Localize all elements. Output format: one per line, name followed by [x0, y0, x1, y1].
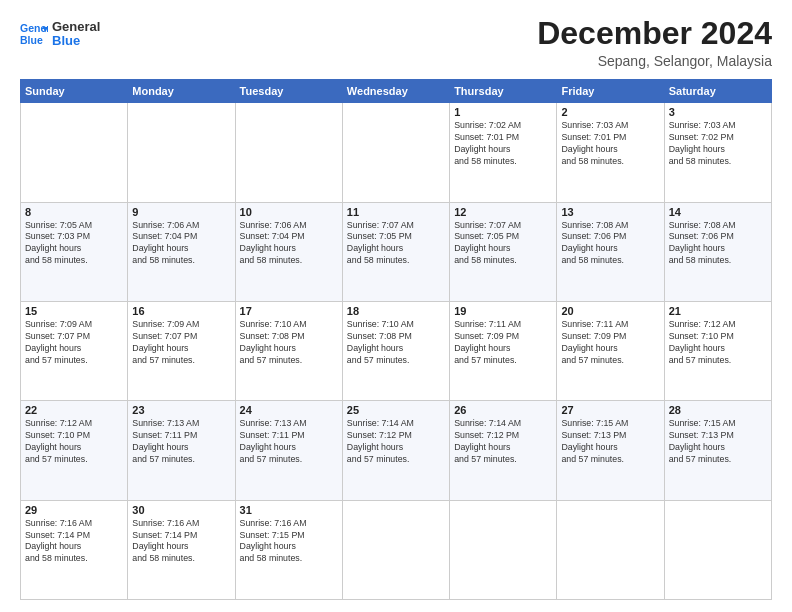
daylight-label: Daylight hours — [132, 243, 188, 253]
sunset: Sunset: 7:07 PM — [132, 331, 197, 341]
daylight-value: and 58 minutes. — [132, 553, 195, 563]
day-info: Sunrise: 7:11 AMSunset: 7:09 PMDaylight … — [561, 319, 659, 367]
sunrise: Sunrise: 7:13 AM — [132, 418, 199, 428]
calendar-cell — [342, 103, 449, 202]
daylight-value: and 58 minutes. — [669, 255, 732, 265]
day-number: 28 — [669, 404, 767, 416]
sunrise: Sunrise: 7:05 AM — [25, 220, 92, 230]
daylight-value: and 57 minutes. — [454, 355, 517, 365]
weekday-header-sunday: Sunday — [21, 80, 128, 103]
location: Sepang, Selangor, Malaysia — [537, 53, 772, 69]
daylight-label: Daylight hours — [454, 144, 510, 154]
calendar-cell: 29Sunrise: 7:16 AMSunset: 7:14 PMDayligh… — [21, 500, 128, 599]
calendar-cell: 16Sunrise: 7:09 AMSunset: 7:07 PMDayligh… — [128, 301, 235, 400]
day-info: Sunrise: 7:11 AMSunset: 7:09 PMDaylight … — [454, 319, 552, 367]
calendar-cell: 19Sunrise: 7:11 AMSunset: 7:09 PMDayligh… — [450, 301, 557, 400]
day-number: 26 — [454, 404, 552, 416]
day-info: Sunrise: 7:06 AMSunset: 7:04 PMDaylight … — [132, 220, 230, 268]
day-number: 3 — [669, 106, 767, 118]
sunset: Sunset: 7:07 PM — [25, 331, 90, 341]
sunrise: Sunrise: 7:15 AM — [561, 418, 628, 428]
daylight-value: and 57 minutes. — [132, 454, 195, 464]
day-number: 27 — [561, 404, 659, 416]
day-number: 8 — [25, 206, 123, 218]
sunset: Sunset: 7:02 PM — [669, 132, 734, 142]
weekday-header-wednesday: Wednesday — [342, 80, 449, 103]
daylight-value: and 57 minutes. — [132, 355, 195, 365]
sunrise: Sunrise: 7:07 AM — [347, 220, 414, 230]
day-info: Sunrise: 7:08 AMSunset: 7:06 PMDaylight … — [669, 220, 767, 268]
sunset: Sunset: 7:15 PM — [240, 530, 305, 540]
calendar-cell: 11Sunrise: 7:07 AMSunset: 7:05 PMDayligh… — [342, 202, 449, 301]
daylight-label: Daylight hours — [669, 243, 725, 253]
day-info: Sunrise: 7:03 AMSunset: 7:02 PMDaylight … — [669, 120, 767, 168]
daylight-label: Daylight hours — [561, 144, 617, 154]
sunrise: Sunrise: 7:11 AM — [454, 319, 521, 329]
daylight-value: and 57 minutes. — [25, 454, 88, 464]
calendar-cell: 3Sunrise: 7:03 AMSunset: 7:02 PMDaylight… — [664, 103, 771, 202]
calendar-cell: 8Sunrise: 7:05 AMSunset: 7:03 PMDaylight… — [21, 202, 128, 301]
daylight-value: and 58 minutes. — [240, 255, 303, 265]
day-number: 20 — [561, 305, 659, 317]
calendar-cell — [235, 103, 342, 202]
day-info: Sunrise: 7:16 AMSunset: 7:14 PMDaylight … — [132, 518, 230, 566]
logo-line2: Blue — [52, 33, 80, 48]
header: General Blue General Blue December 2024 … — [20, 16, 772, 69]
sunset: Sunset: 7:12 PM — [454, 430, 519, 440]
sunset: Sunset: 7:10 PM — [25, 430, 90, 440]
sunrise: Sunrise: 7:12 AM — [669, 319, 736, 329]
sunset: Sunset: 7:14 PM — [25, 530, 90, 540]
day-info: Sunrise: 7:12 AMSunset: 7:10 PMDaylight … — [669, 319, 767, 367]
daylight-value: and 58 minutes. — [240, 553, 303, 563]
daylight-label: Daylight hours — [347, 442, 403, 452]
day-number: 13 — [561, 206, 659, 218]
sunset: Sunset: 7:03 PM — [25, 231, 90, 241]
day-info: Sunrise: 7:05 AMSunset: 7:03 PMDaylight … — [25, 220, 123, 268]
daylight-label: Daylight hours — [240, 343, 296, 353]
daylight-label: Daylight hours — [454, 442, 510, 452]
sunset: Sunset: 7:08 PM — [240, 331, 305, 341]
daylight-value: and 57 minutes. — [25, 355, 88, 365]
weekday-header-tuesday: Tuesday — [235, 80, 342, 103]
sunrise: Sunrise: 7:16 AM — [132, 518, 199, 528]
week-row-2: 8Sunrise: 7:05 AMSunset: 7:03 PMDaylight… — [21, 202, 772, 301]
calendar-cell: 27Sunrise: 7:15 AMSunset: 7:13 PMDayligh… — [557, 401, 664, 500]
day-info: Sunrise: 7:09 AMSunset: 7:07 PMDaylight … — [132, 319, 230, 367]
day-info: Sunrise: 7:13 AMSunset: 7:11 PMDaylight … — [240, 418, 338, 466]
calendar-cell: 15Sunrise: 7:09 AMSunset: 7:07 PMDayligh… — [21, 301, 128, 400]
sunset: Sunset: 7:05 PM — [347, 231, 412, 241]
day-number: 10 — [240, 206, 338, 218]
daylight-label: Daylight hours — [132, 343, 188, 353]
logo-icon: General Blue — [20, 20, 48, 48]
daylight-label: Daylight hours — [132, 442, 188, 452]
calendar-cell: 26Sunrise: 7:14 AMSunset: 7:12 PMDayligh… — [450, 401, 557, 500]
daylight-label: Daylight hours — [240, 541, 296, 551]
logo: General Blue General Blue — [20, 20, 100, 49]
week-row-1: 1Sunrise: 7:02 AMSunset: 7:01 PMDaylight… — [21, 103, 772, 202]
daylight-label: Daylight hours — [240, 243, 296, 253]
sunrise: Sunrise: 7:03 AM — [669, 120, 736, 130]
day-info: Sunrise: 7:09 AMSunset: 7:07 PMDaylight … — [25, 319, 123, 367]
daylight-label: Daylight hours — [561, 442, 617, 452]
logo-line1: General — [52, 20, 100, 34]
sunset: Sunset: 7:01 PM — [561, 132, 626, 142]
weekday-header-saturday: Saturday — [664, 80, 771, 103]
daylight-label: Daylight hours — [561, 343, 617, 353]
day-number: 29 — [25, 504, 123, 516]
calendar-cell — [557, 500, 664, 599]
calendar-cell: 2Sunrise: 7:03 AMSunset: 7:01 PMDaylight… — [557, 103, 664, 202]
sunset: Sunset: 7:12 PM — [347, 430, 412, 440]
daylight-value: and 57 minutes. — [240, 454, 303, 464]
sunrise: Sunrise: 7:09 AM — [25, 319, 92, 329]
weekday-header-row: SundayMondayTuesdayWednesdayThursdayFrid… — [21, 80, 772, 103]
day-number: 25 — [347, 404, 445, 416]
calendar-cell: 21Sunrise: 7:12 AMSunset: 7:10 PMDayligh… — [664, 301, 771, 400]
sunrise: Sunrise: 7:10 AM — [240, 319, 307, 329]
calendar-cell — [128, 103, 235, 202]
daylight-value: and 58 minutes. — [561, 255, 624, 265]
calendar-cell: 30Sunrise: 7:16 AMSunset: 7:14 PMDayligh… — [128, 500, 235, 599]
daylight-value: and 57 minutes. — [240, 355, 303, 365]
daylight-value: and 58 minutes. — [669, 156, 732, 166]
day-number: 30 — [132, 504, 230, 516]
day-info: Sunrise: 7:06 AMSunset: 7:04 PMDaylight … — [240, 220, 338, 268]
